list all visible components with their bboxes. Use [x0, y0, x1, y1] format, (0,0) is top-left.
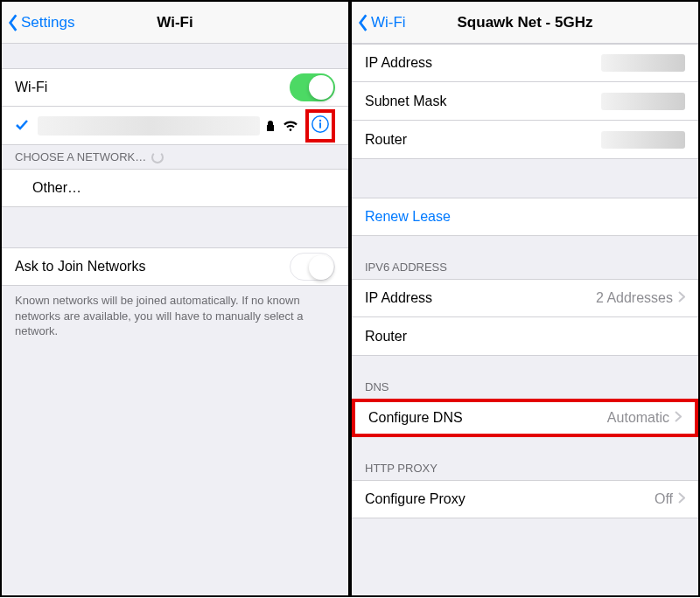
router-label: Router: [365, 132, 601, 148]
nav-bar: Settings Wi-Fi: [2, 2, 348, 44]
configure-dns-label: Configure DNS: [368, 410, 607, 426]
ipv6-header: IPv6 Address: [352, 255, 698, 279]
ipv6-ip-value: 2 Addresses: [596, 290, 673, 306]
nav-bar: Wi-Fi Squawk Net - 5GHz: [352, 2, 698, 44]
network-detail-pane: Wi-Fi Squawk Net - 5GHz IP Address Subne…: [350, 0, 700, 597]
back-label: Wi-Fi: [371, 14, 406, 31]
chevron-left-icon: [357, 13, 369, 32]
network-name-redacted: [38, 116, 260, 136]
ask-join-row[interactable]: Ask to Join Networks: [2, 247, 348, 286]
info-highlight: [305, 109, 335, 143]
chevron-left-icon: [7, 13, 19, 32]
other-network-row[interactable]: Other…: [2, 169, 348, 207]
chevron-right-icon: [675, 410, 682, 426]
subnet-mask-row: Subnet Mask: [352, 82, 698, 121]
wifi-toggle-label: Wi-Fi: [15, 80, 290, 95]
chevron-right-icon: [678, 491, 685, 507]
back-button[interactable]: Settings: [2, 13, 74, 32]
renew-lease-row[interactable]: Renew Lease: [352, 198, 698, 236]
ask-join-toggle[interactable]: [290, 253, 335, 281]
configure-proxy-value: Off: [654, 491, 673, 507]
subnet-mask-label: Subnet Mask: [365, 94, 601, 109]
router-value-redacted: [601, 131, 685, 149]
wifi-settings-pane: Settings Wi-Fi Wi-Fi Choose a Network… O…: [0, 0, 350, 597]
ask-join-footer: Known networks will be joined automatica…: [2, 286, 348, 346]
wifi-toggle[interactable]: [290, 73, 335, 101]
back-button[interactable]: Wi-Fi: [352, 13, 406, 32]
ipv6-ip-label: IP Address: [365, 290, 596, 306]
wifi-toggle-row[interactable]: Wi-Fi: [2, 68, 348, 107]
configure-dns-value: Automatic: [607, 410, 669, 426]
ip-address-label: IP Address: [365, 55, 601, 71]
dns-header: DNS: [352, 375, 698, 399]
connected-network-row[interactable]: [2, 107, 348, 145]
info-icon[interactable]: [311, 115, 330, 134]
configure-dns-row[interactable]: Configure DNS Automatic: [352, 399, 698, 437]
spinner-icon: [151, 151, 164, 163]
choose-network-header: Choose a Network…: [2, 145, 348, 169]
network-icons: [265, 109, 335, 143]
ip-address-row: IP Address: [352, 44, 698, 82]
wifi-icon: [283, 120, 298, 132]
ip-address-value-redacted: [601, 54, 685, 72]
configure-proxy-row[interactable]: Configure Proxy Off: [352, 480, 698, 518]
lock-icon: [265, 120, 276, 132]
checkmark-icon: [15, 117, 32, 135]
renew-lease-label: Renew Lease: [365, 209, 685, 225]
ipv6-router-row: Router: [352, 317, 698, 356]
subnet-mask-value-redacted: [601, 93, 685, 110]
router-row: Router: [352, 121, 698, 159]
other-label: Other…: [32, 180, 335, 196]
back-label: Settings: [21, 14, 74, 31]
http-proxy-header: HTTP Proxy: [352, 456, 698, 480]
configure-proxy-label: Configure Proxy: [365, 491, 654, 507]
ask-join-label: Ask to Join Networks: [15, 259, 290, 275]
ipv6-router-label: Router: [365, 329, 685, 344]
svg-rect-2: [319, 122, 321, 128]
ipv6-ip-row[interactable]: IP Address 2 Addresses: [352, 279, 698, 317]
svg-point-1: [319, 119, 321, 121]
chevron-right-icon: [678, 290, 685, 306]
